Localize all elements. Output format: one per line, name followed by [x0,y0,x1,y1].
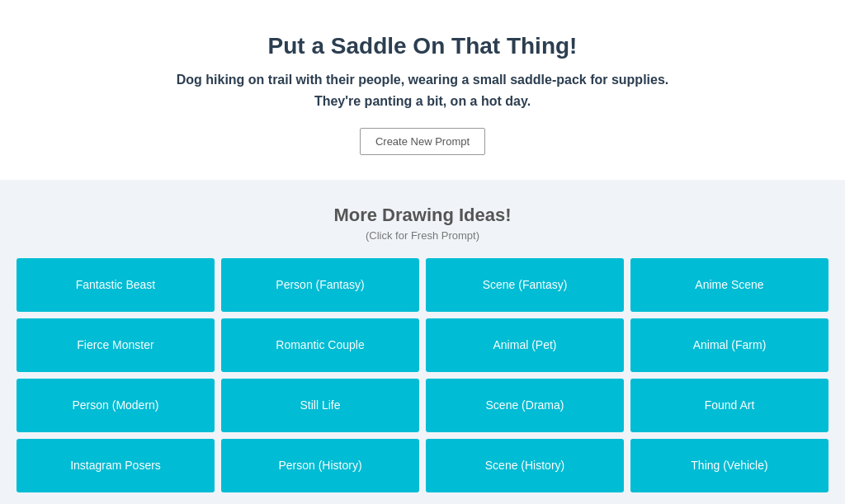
subtitle-line1: Dog hiking on trail with their people, w… [177,73,669,87]
bottom-section: More Drawing Ideas! (Click for Fresh Pro… [0,180,845,504]
drawing-idea-item[interactable]: Scene (Fantasy) [426,258,624,312]
top-section: Put a Saddle On That Thing! Dog hiking o… [0,0,845,180]
drawing-ideas-grid: Fantastic BeastPerson (Fantasy)Scene (Fa… [17,258,828,492]
drawing-idea-item[interactable]: Still Life [221,379,419,432]
create-new-prompt-button[interactable]: Create New Prompt [360,128,485,155]
drawing-idea-item[interactable]: Scene (History) [426,439,624,492]
drawing-idea-item[interactable]: Thing (Vehicle) [630,439,828,492]
drawing-idea-item[interactable]: Romantic Couple [221,318,419,372]
drawing-idea-item[interactable]: Fierce Monster [17,318,215,372]
drawing-idea-item[interactable]: Animal (Pet) [426,318,624,372]
drawing-idea-item[interactable]: Instagram Posers [17,439,215,492]
drawing-idea-item[interactable]: Person (Fantasy) [221,258,419,312]
subtitle-line2: They're panting a bit, on a hot day. [314,94,531,108]
drawing-idea-item[interactable]: Anime Scene [630,258,828,312]
drawing-ideas-subtitle: (Click for Fresh Prompt) [17,229,828,242]
drawing-idea-item[interactable]: Animal (Farm) [630,318,828,372]
drawing-idea-item[interactable]: Scene (Drama) [426,379,624,432]
drawing-ideas-title: More Drawing Ideas! [17,205,828,226]
drawing-idea-item[interactable]: Fantastic Beast [17,258,215,312]
drawing-idea-item[interactable]: Person (Modern) [17,379,215,432]
drawing-idea-item[interactable]: Person (History) [221,439,419,492]
subtitle: Dog hiking on trail with their people, w… [17,69,828,111]
main-title: Put a Saddle On That Thing! [17,33,828,59]
drawing-idea-item[interactable]: Found Art [630,379,828,432]
